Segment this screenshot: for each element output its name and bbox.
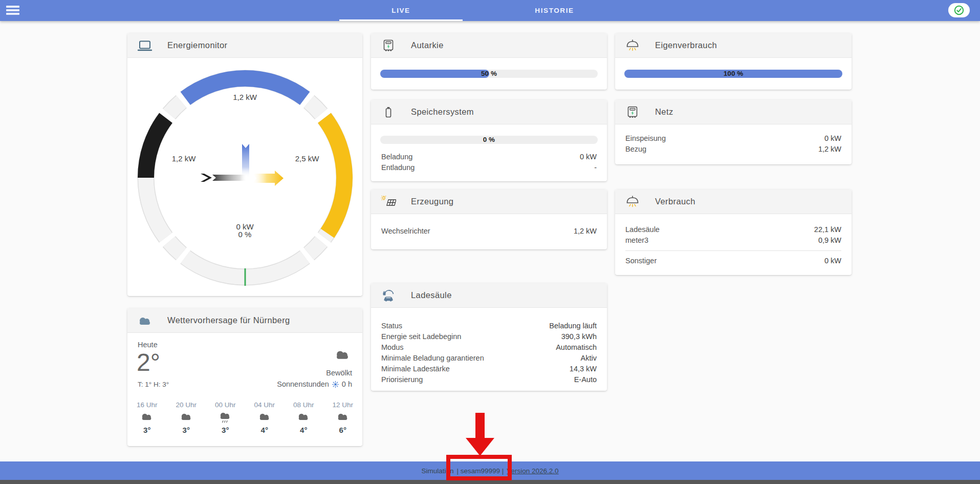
energy-gauge: 1,2 kW 1,2 kW 2,5 kW 0 kW 0 % (127, 58, 362, 296)
today-label: Heute (138, 341, 158, 349)
cloud-rain-icon (218, 411, 232, 425)
bottom-strip (0, 480, 980, 484)
annotation-arrow-shaft (475, 413, 485, 439)
cloud-icon (296, 411, 311, 425)
erzeugung-card: Erzeugung Wechselrichter 1,2 kW (371, 190, 607, 249)
gauge-right-value: 2,5 kW (281, 154, 333, 163)
card-header: Wettervorhersage für Nürnberg (127, 308, 362, 333)
cloud-icon (179, 411, 193, 425)
sun-hours-value: 0 h (342, 380, 352, 388)
row-value: Aktiv (581, 353, 597, 364)
hour-temp: 3° (183, 426, 190, 434)
forecast-hour: 04 Uhr 4° (245, 401, 285, 434)
gauge-battery-pct: 0 % (127, 230, 362, 238)
row-label: Ladesäule (625, 224, 660, 235)
detail-row: Beladung 0 kW (381, 152, 597, 162)
solar-panel-icon (380, 194, 397, 209)
row-label: Priorisierung (381, 374, 423, 385)
hour-label: 20 Uhr (176, 401, 197, 409)
footer-version-link[interactable]: Version 2026.2.0 (507, 467, 558, 475)
tab-historie[interactable]: HISTORIE (493, 0, 616, 21)
connection-status-pill[interactable] (948, 3, 970, 17)
row-label: Beladung (381, 152, 412, 162)
detail-row: Modus Automatisch (381, 342, 597, 353)
card-title: Erzeugung (411, 197, 453, 206)
card-header: Netz (615, 100, 852, 124)
cloud-icon (336, 411, 350, 425)
wetter-card: Wettervorhersage für Nürnberg Heute 2° T… (127, 308, 362, 446)
active-tab-indicator (339, 19, 463, 21)
soc-progress-bar: 0 % (380, 136, 598, 144)
row-value: 1,2 kW (818, 144, 841, 155)
hour-label: 00 Uhr (215, 401, 236, 409)
gauge-battery-value: 0 kW 0 % (127, 223, 362, 238)
current-temperature: 2° (137, 348, 160, 376)
row-value: Beladung läuft (549, 321, 597, 331)
cloud-icon (140, 411, 154, 425)
detail-row: Energie seit Ladebeginn 390,3 kWh (381, 331, 597, 342)
eigenverbrauch-card: Eigenverbrauch 100 % (615, 33, 852, 90)
forecast-hour: 12 Uhr 6° (323, 401, 363, 434)
cloud-icon (137, 313, 153, 328)
check-circle-icon (953, 5, 965, 16)
row-value: 0 kW (824, 133, 841, 144)
divider (625, 250, 841, 251)
consumption-flow-arrow (253, 171, 284, 186)
row-label: Minimale Ladestärke (381, 364, 450, 374)
card-title: Energiemonitor (167, 40, 228, 50)
row-label: Einspeisung (625, 133, 666, 144)
gauge-left-value: 1,2 kW (158, 154, 209, 163)
hour-label: 04 Uhr (254, 401, 275, 409)
row-value: 14,3 kW (570, 364, 597, 374)
laptop-icon (137, 38, 153, 53)
detail-row: Ladesäule 22,1 kW (625, 224, 841, 235)
detail-row: Bezug 1,2 kW (625, 144, 841, 155)
verbrauch-card: Verbrauch Ladesäule 22,1 kW meter3 0,9 k… (615, 190, 852, 275)
lamp-icon (624, 38, 641, 53)
card-header: Ladesäule (371, 283, 607, 308)
detail-row: Status Beladung läuft (381, 321, 597, 331)
forecast-hour: 20 Uhr 3° (167, 401, 206, 434)
card-header: Energiemonitor (127, 33, 362, 58)
row-value: - (594, 162, 597, 173)
row-value: 0 kW (580, 152, 597, 162)
row-value: 0,9 kW (818, 235, 841, 246)
row-label: Bezug (625, 144, 646, 155)
card-header: Erzeugung (371, 190, 607, 214)
hour-label: 08 Uhr (293, 401, 314, 409)
battery-icon (380, 104, 397, 120)
grid-flow-arrow (242, 144, 249, 177)
card-title: Ladesäule (411, 290, 452, 300)
card-header: Autarkie (371, 33, 607, 58)
hamburger-menu-icon[interactable] (6, 5, 21, 17)
annotation-arrow-head (466, 438, 494, 456)
row-label: meter3 (625, 235, 648, 246)
production-flow-arrow (212, 175, 247, 181)
top-app-bar: LIVE HISTORIE (0, 0, 980, 21)
card-header: Speichersystem (371, 100, 607, 124)
eigenverbrauch-progress-bar: 100 % (624, 70, 842, 78)
speichersystem-card: Speichersystem 0 % Beladung 0 kW Entladu… (371, 100, 607, 181)
hour-temp: 6° (339, 426, 346, 434)
hourly-forecast: 16 Uhr 3° 20 Uhr 3° 00 Uhr (127, 401, 362, 434)
row-label: Sonstiger (625, 256, 657, 266)
sun-hours: Sonnenstunden 0 h (277, 380, 352, 388)
row-label: Wechselrichter (381, 226, 430, 237)
forecast-hour: 16 Uhr 3° (127, 401, 167, 434)
detail-row: Sonstiger 0 kW (625, 256, 841, 266)
condition-label: Bewölkt (326, 369, 352, 377)
gauge-battery-kw: 0 kW (127, 223, 362, 230)
power-meter-icon (380, 38, 397, 53)
row-label: Status (381, 321, 402, 331)
cloud-icon (257, 411, 272, 425)
detail-row: Priorisierung E-Auto (381, 374, 597, 385)
tab-live[interactable]: LIVE (339, 0, 463, 21)
forecast-hour: 08 Uhr 4° (284, 401, 323, 434)
detail-row: Einspeisung 0 kW (625, 133, 841, 144)
row-label: Entladung (381, 162, 415, 173)
temp-range: T: 1° H: 3° (138, 381, 169, 388)
row-value: 1,2 kW (574, 226, 597, 237)
ladesaeule-card: Ladesäule Status Beladung läuft Energie … (371, 283, 607, 391)
card-title: Eigenverbrauch (655, 40, 717, 50)
card-title: Verbrauch (655, 197, 695, 206)
